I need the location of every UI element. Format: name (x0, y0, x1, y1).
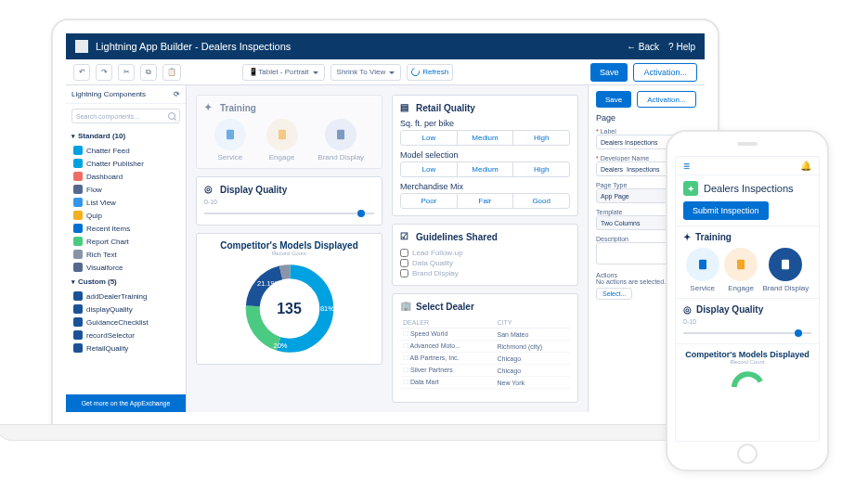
component-item[interactable]: Flow (66, 183, 186, 196)
device-select[interactable]: 📱 Tablet - Portrait (242, 64, 324, 81)
refresh-button[interactable]: Refresh (407, 64, 453, 81)
quality-slider[interactable] (204, 209, 374, 218)
building-icon: 🏢 (400, 301, 411, 312)
phone-screen: ≡ 🔔 ✦ Dealers Inspections Submit Inspect… (675, 156, 820, 442)
phone-training-tile[interactable]: Service (686, 248, 719, 292)
guideline-item[interactable]: Data Quality (400, 258, 570, 268)
component-item[interactable]: List View (66, 196, 186, 209)
component-item[interactable]: RetailQuality (66, 342, 186, 355)
canvas: ✦Training ServiceEngageBrand Display ◎Di… (187, 85, 588, 412)
dealer-table[interactable]: DEALERCITYSpeed WorldSan MateoAdvanced M… (400, 317, 570, 389)
svg-rect-12 (737, 260, 745, 270)
component-item[interactable]: Chatter Feed (66, 144, 186, 157)
phone-quality-slider[interactable] (683, 329, 811, 338)
component-item[interactable]: Rich Text (66, 248, 186, 261)
training-tile[interactable]: Service (214, 119, 246, 161)
svg-rect-2 (337, 130, 344, 140)
laptop-base (0, 424, 775, 441)
component-item[interactable]: displayQuality (66, 303, 186, 316)
retail-quality-card[interactable]: ▤Retail Quality Sq. ft. per bike LowMedi… (392, 95, 578, 216)
components-sidebar: Lightning Components ⟳ Search components… (66, 85, 187, 412)
component-item[interactable]: Quip (66, 209, 186, 222)
cut-button[interactable]: ✂ (118, 64, 135, 81)
undo-button[interactable]: ↶ (73, 64, 90, 81)
guidelines-card[interactable]: ☑Guidelines Shared Lead Follow-upData Qu… (392, 224, 578, 286)
page-title: Lightning App Builder - Dealers Inspecti… (96, 41, 627, 52)
table-row[interactable]: Silver PartnersChicago (400, 365, 570, 377)
standard-category[interactable]: Standard (10) (66, 128, 186, 144)
help-link[interactable]: ? Help (668, 42, 695, 52)
phone-display-quality-card[interactable]: ◎Display Quality 0-10 (676, 298, 819, 343)
component-item[interactable]: GuidanceChecklist (66, 316, 186, 329)
app-header: Lightning App Builder - Dealers Inspecti… (66, 33, 705, 59)
table-row[interactable]: Speed WorldSan Mateo (400, 329, 570, 341)
activation-button[interactable]: Activation... (633, 63, 697, 82)
phone-title: Dealers Inspections (704, 183, 794, 194)
search-input[interactable]: Search components... (71, 109, 180, 123)
activation-button-2[interactable]: Activation... (637, 91, 695, 108)
table-row[interactable]: Data MartNew York (400, 377, 570, 389)
model-segment[interactable]: LowMediumHigh (400, 161, 570, 177)
svg-rect-11 (699, 260, 706, 270)
phone-training-card[interactable]: ✦Training ServiceEngageBrand Display (676, 226, 819, 298)
component-item[interactable]: Visualforce (66, 261, 186, 274)
hamburger-icon[interactable]: ≡ (683, 160, 690, 173)
training-tile[interactable]: Engage (266, 119, 298, 161)
competitors-chart-card[interactable]: Competitor's Models Displayed Record Cou… (196, 233, 382, 365)
props-heading: Page (596, 113, 697, 122)
store-icon: ▤ (400, 102, 411, 113)
phone-training-tile[interactable]: Brand Display (762, 248, 809, 292)
app-icon: ✦ (683, 181, 698, 196)
phone-competitors-card[interactable]: Competitor's Models Displayed Record Cou… (676, 343, 819, 441)
component-item[interactable]: Recent Items (66, 222, 186, 235)
camera-icon: ◎ (204, 184, 215, 195)
sqft-segment[interactable]: LowMediumHigh (400, 130, 570, 146)
svg-text:21.19%: 21.19% (745, 380, 755, 383)
select-actions-button[interactable]: Select... (596, 288, 632, 300)
component-item[interactable]: Dashboard (66, 170, 186, 183)
redo-button[interactable]: ↷ (96, 64, 112, 81)
search-icon (168, 112, 175, 120)
laptop-screen: Lightning App Builder - Dealers Inspecti… (51, 19, 719, 427)
svg-rect-13 (782, 260, 789, 270)
merch-segment[interactable]: PoorFairGood (400, 193, 570, 209)
training-icon: ✦ (683, 232, 691, 242)
display-quality-card[interactable]: ◎Display Quality 0-10 (196, 176, 382, 226)
save-button-2[interactable]: Save (596, 91, 631, 108)
camera-icon: ◎ (683, 304, 692, 315)
bell-icon[interactable]: 🔔 (800, 161, 811, 171)
component-item[interactable]: recordSelector (66, 329, 186, 342)
refresh-icon[interactable]: ⟳ (174, 90, 180, 98)
submit-inspection-button[interactable]: Submit Inspection (683, 201, 769, 220)
component-item[interactable]: addDealerTraining (66, 290, 186, 303)
phone-frame: ≡ 🔔 ✦ Dealers Inspections Submit Inspect… (666, 130, 829, 471)
component-item[interactable]: Chatter Publisher (66, 157, 186, 170)
save-button[interactable]: Save (590, 63, 628, 82)
table-row[interactable]: Advanced Moto...Richmond (city) (400, 341, 570, 353)
training-card[interactable]: ✦Training ServiceEngageBrand Display (196, 95, 382, 169)
sidebar-title: Lightning Components (71, 90, 146, 98)
checklist-icon: ☑ (400, 231, 411, 242)
toolbar: ↶ ↷ ✂ ⧉ 📋 📱 Tablet - Portrait Shrink To … (66, 59, 705, 85)
select-dealer-card[interactable]: 🏢Select Dealer DEALERCITYSpeed WorldSan … (392, 293, 578, 403)
home-button[interactable] (737, 444, 758, 464)
donut-chart: 21.19% 54.81% 20% 135 (234, 260, 345, 357)
paste-button[interactable]: 📋 (162, 64, 181, 81)
guideline-item[interactable]: Brand Display (400, 268, 570, 278)
back-link[interactable]: ← Back (627, 42, 659, 52)
zoom-select[interactable]: Shrink To View (330, 64, 402, 81)
appexchange-link[interactable]: Get more on the AppExchange (66, 394, 186, 412)
app-launcher-icon[interactable] (75, 40, 88, 53)
table-row[interactable]: AB Partners, Inc.Chicago (400, 353, 570, 365)
component-item[interactable]: Report Chart (66, 235, 186, 248)
phone-training-tile[interactable]: Engage (724, 248, 758, 292)
copy-button[interactable]: ⧉ (140, 64, 157, 81)
training-icon: ✦ (204, 102, 215, 113)
laptop-frame: Lightning App Builder - Dealers Inspecti… (51, 19, 719, 464)
svg-rect-1 (279, 130, 286, 140)
svg-rect-0 (227, 130, 234, 140)
guideline-item[interactable]: Lead Follow-up (400, 248, 570, 258)
custom-category[interactable]: Custom (5) (66, 274, 186, 290)
training-tile[interactable]: Brand Display (317, 119, 364, 161)
